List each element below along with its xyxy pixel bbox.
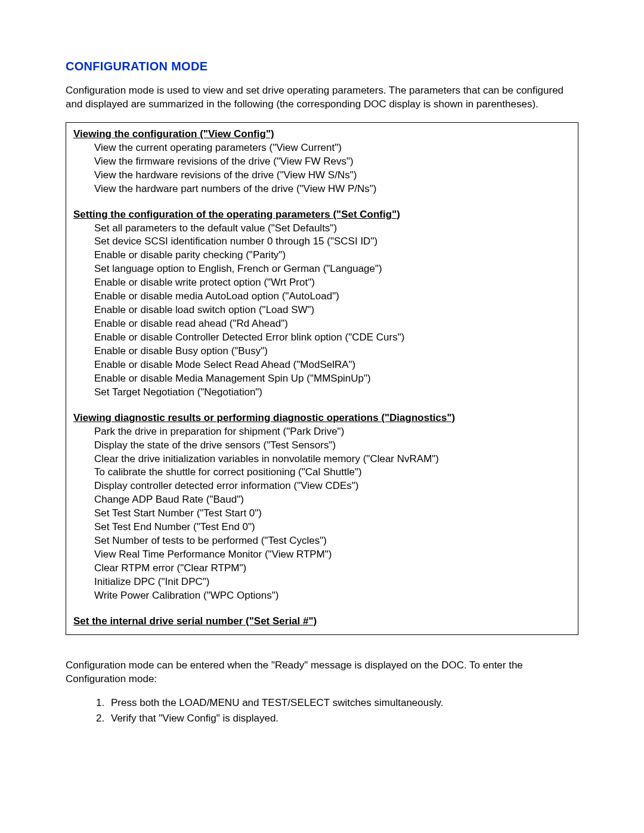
- config-item-list: Park the drive in preparation for shipme…: [73, 425, 571, 603]
- config-item: Set Test Start Number ("Test Start 0"): [94, 507, 571, 521]
- config-item: Enable or disable Controller Detected Er…: [94, 331, 571, 345]
- config-item: Set all parameters to the default value …: [94, 222, 571, 236]
- config-item: Clear the drive initialization variables…: [94, 453, 571, 466]
- config-item: Enable or disable load switch option ("L…: [94, 304, 571, 317]
- config-item-list: Set all parameters to the default value …: [73, 222, 571, 400]
- config-item-list: View the current operating parameters ("…: [73, 141, 571, 196]
- config-group-title: Viewing diagnostic results or performing…: [73, 412, 455, 423]
- config-item: Enable or disable media AutoLoad option …: [94, 290, 571, 304]
- config-item: Display controller detected error inform…: [94, 479, 571, 493]
- config-item: View the current operating parameters ("…: [94, 141, 571, 155]
- step-item: Verify that "View Config" is displayed.: [107, 713, 578, 724]
- config-item: Park the drive in preparation for shipme…: [94, 425, 571, 439]
- config-item: Display the state of the drive sensors (…: [94, 439, 571, 453]
- config-item: Set Test End Number ("Test End 0"): [94, 521, 571, 534]
- config-item: Write Power Calibration ("WPC Options"): [94, 589, 571, 603]
- intro-paragraph: Configuration mode is used to view and s…: [66, 84, 578, 112]
- config-item: Enable or disable Media Management Spin …: [94, 372, 571, 386]
- section-title: CONFIGURATION MODE: [66, 60, 578, 73]
- config-box: Viewing the configuration ("View Config"…: [66, 122, 578, 635]
- config-item: Enable or disable parity checking ("Pari…: [94, 249, 571, 262]
- config-group: Viewing diagnostic results or performing…: [73, 411, 571, 603]
- config-group-title: Set the internal drive serial number ("S…: [73, 615, 317, 627]
- config-item: View the hardware revisions of the drive…: [94, 169, 571, 182]
- config-group: Set the internal drive serial number ("S…: [73, 615, 571, 628]
- config-item: Change ADP Baud Rate ("Baud"): [94, 493, 571, 507]
- config-item: Clear RTPM error ("Clear RTPM"): [94, 562, 571, 575]
- config-item: Set Target Negotiation ("Negotiation"): [94, 386, 571, 400]
- config-item: Enable or disable read ahead ("Rd Ahead"…: [94, 317, 571, 331]
- config-group: Setting the configuration of the operati…: [73, 208, 571, 400]
- config-item: Initialize DPC ("Init DPC"): [94, 575, 571, 589]
- page-container: CONFIGURATION MODE Configuration mode is…: [0, 0, 644, 833]
- config-item: Enable or disable Busy option ("Busy"): [94, 345, 571, 358]
- config-group: Viewing the configuration ("View Config"…: [73, 128, 571, 196]
- config-item: Enable or disable write protect option (…: [94, 276, 571, 290]
- config-group-title: Viewing the configuration ("View Config"…: [73, 128, 274, 140]
- config-item: To calibrate the shuttle for correct pos…: [94, 466, 571, 479]
- config-item: View the hardware part numbers of the dr…: [94, 182, 571, 196]
- config-item: Set language option to English, French o…: [94, 262, 571, 276]
- config-group-title: Setting the configuration of the operati…: [73, 209, 400, 220]
- step-item: Press both the LOAD/MENU and TEST/SELECT…: [107, 697, 578, 709]
- outro-paragraph: Configuration mode can be entered when t…: [66, 659, 578, 686]
- steps-list: Press both the LOAD/MENU and TEST/SELECT…: [66, 697, 578, 724]
- config-item: View Real Time Performance Monitor ("Vie…: [94, 548, 571, 562]
- config-item: View the firmware revisions of the drive…: [94, 155, 571, 169]
- config-item: Set device SCSI identification number 0 …: [94, 235, 571, 249]
- config-item: Set Number of tests to be performed ("Te…: [94, 534, 571, 548]
- config-item: Enable or disable Mode Select Read Ahead…: [94, 358, 571, 372]
